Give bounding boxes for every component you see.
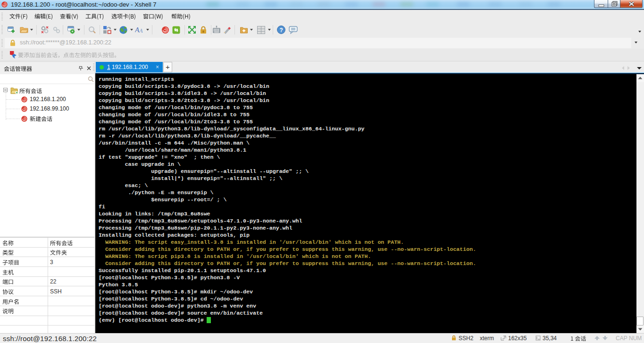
svg-text:A: A: [139, 27, 143, 34]
svg-text:?: ?: [279, 27, 283, 34]
